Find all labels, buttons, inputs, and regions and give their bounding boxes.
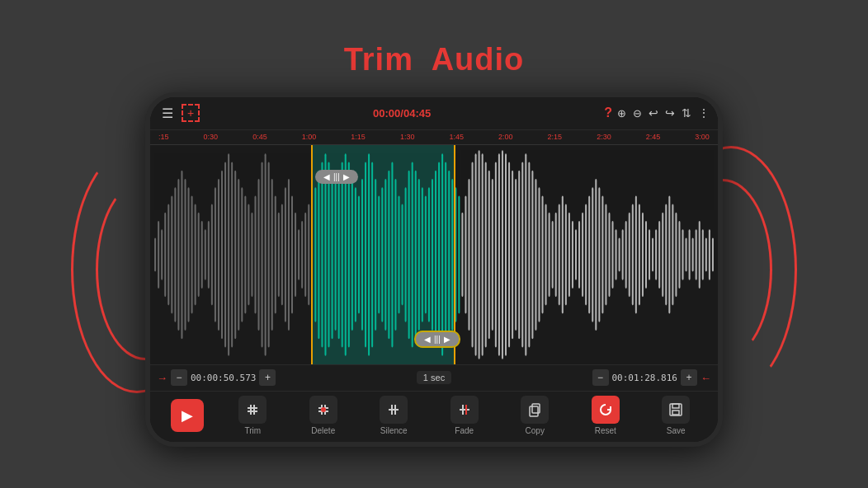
svg-rect-44 [301,221,303,289]
svg-rect-32 [262,162,263,347]
undo-icon[interactable]: ↩ [649,106,658,120]
svg-rect-141 [629,212,630,296]
waveform-area[interactable]: ◀ ||| ▶ ◀ ||| ▶ [150,145,718,364]
svg-rect-9 [184,178,186,330]
svg-rect-148 [652,237,653,271]
add-button[interactable]: + [182,104,200,122]
svg-rect-109 [521,162,523,347]
svg-rect-33 [265,153,267,356]
svg-rect-12 [195,204,196,305]
svg-rect-106 [512,170,513,339]
decrease-end-btn[interactable]: − [592,369,609,386]
ruler-label: 1:30 [400,133,415,141]
svg-rect-158 [686,237,687,271]
silence-tool[interactable]: Silence [372,396,415,435]
time-right-section: − 00:01:28.816 + ← [592,369,711,386]
svg-rect-102 [498,153,500,356]
svg-rect-154 [672,204,673,305]
selection-handle-bottom[interactable]: ◀ ||| ▶ [414,331,460,348]
svg-rect-128 [585,204,587,305]
ruler-label: :15 [158,133,169,141]
trim-label: Trim [244,426,261,435]
svg-rect-185 [672,404,679,408]
svg-rect-127 [582,212,583,296]
handle-top-left-arrow: ◀ [323,172,330,181]
decrease-start-btn[interactable]: − [171,369,187,386]
svg-rect-46 [308,204,309,305]
go-to-end-icon[interactable]: ← [701,372,711,384]
ruler-label: 1:45 [449,133,464,141]
ruler-label: 2:00 [498,133,513,141]
svg-rect-143 [635,195,637,313]
svg-rect-140 [625,221,627,289]
svg-rect-31 [258,178,260,330]
svg-rect-122 [565,204,567,305]
svg-rect-99 [488,170,490,339]
fade-icon [451,396,479,424]
fade-tool[interactable]: Fade [443,396,486,435]
current-time: 00:00 [373,107,400,120]
svg-rect-139 [622,229,624,279]
trim-tool[interactable]: Trim [231,396,274,435]
svg-rect-17 [211,204,213,305]
selection-handle-top[interactable]: ◀ ||| ▶ [315,170,358,184]
go-to-start-icon[interactable]: → [157,372,167,384]
svg-rect-13 [198,212,200,296]
svg-rect-149 [655,229,657,279]
help-icon[interactable]: ? [604,106,612,120]
handle-bottom-left-arrow: ◀ [424,335,431,344]
svg-rect-160 [692,237,694,271]
delete-label: Delete [311,426,335,435]
ruler-label: 1:00 [302,133,317,141]
handle-bottom-lines: ||| [434,335,441,344]
silence-icon [380,396,408,424]
svg-rect-111 [528,162,530,347]
svg-rect-43 [298,229,300,279]
svg-rect-7 [177,178,179,330]
increase-end-btn[interactable]: + [681,369,697,386]
ruler-label: 2:30 [597,133,611,141]
svg-rect-147 [649,229,650,279]
more-icon[interactable]: ⋮ [698,106,710,120]
svg-rect-23 [231,162,233,347]
svg-rect-126 [578,221,580,289]
svg-rect-1 [158,221,159,289]
app-screen: ☰ + 00:00/04:45 ? ⊕ ⊖ ↩ ↪ ⇅ ⋮ :15 [150,97,718,442]
reset-tool[interactable]: Reset [584,396,627,435]
play-button[interactable]: ▶ [171,399,204,432]
svg-rect-104 [505,153,507,356]
handle-top-right-arrow: ▶ [343,172,350,181]
svg-rect-110 [525,153,526,356]
end-time-display: 00:01:28.816 [612,373,677,383]
top-bar-controls: ⊕ ⊖ ↩ ↪ ⇅ ⋮ [617,106,710,120]
title-red: Audio [432,42,525,77]
svg-rect-94 [472,162,474,347]
svg-rect-161 [696,229,697,279]
svg-point-175 [321,407,326,412]
svg-rect-118 [552,221,554,289]
menu-icon[interactable]: ☰ [158,104,177,123]
svg-rect-6 [174,187,176,322]
svg-rect-38 [281,204,283,305]
redo-icon[interactable]: ↪ [665,106,675,120]
zoom-out-icon[interactable]: ⊖ [633,107,642,120]
svg-rect-8 [181,170,182,339]
delete-tool[interactable]: Delete [302,396,345,435]
copy-tool[interactable]: Copy [513,396,556,435]
increase-start-btn[interactable]: + [259,369,276,386]
svg-rect-25 [238,178,239,330]
svg-rect-34 [268,162,270,347]
svg-rect-165 [709,229,710,279]
time-display: 00:00/04:45 [205,107,599,120]
svg-rect-24 [234,170,236,339]
svg-rect-117 [549,212,550,296]
svg-rect-92 [465,195,466,313]
svg-rect-42 [295,212,296,296]
start-time-display: 00:00:50.573 [191,373,256,383]
swap-icon[interactable]: ⇅ [682,106,691,120]
zoom-in-icon[interactable]: ⊕ [617,107,626,120]
svg-rect-2 [161,229,163,279]
svg-rect-90 [458,195,460,313]
reset-label: Reset [595,426,616,435]
save-tool[interactable]: Save [654,396,697,435]
